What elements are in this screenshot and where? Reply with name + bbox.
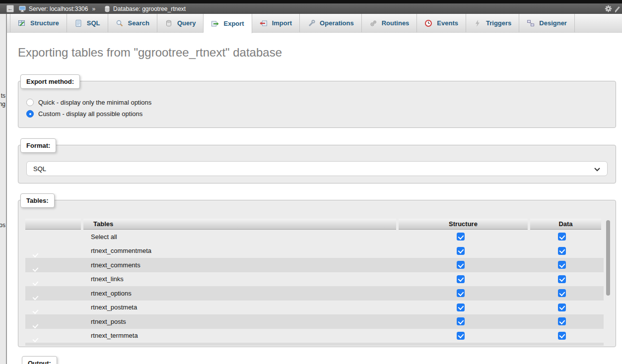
structure-checkbox[interactable]	[457, 332, 465, 340]
routines-icon	[369, 19, 377, 27]
table-header-row: TablesStructureData	[25, 219, 604, 230]
breadcrumb-separator: »	[92, 5, 95, 12]
tab-search[interactable]: Search	[108, 14, 157, 32]
tab-triggers[interactable]: Triggers	[466, 14, 519, 32]
structure-cell	[396, 233, 525, 241]
table-row: rtnext_comments	[25, 258, 604, 272]
tab-label: SQL	[87, 19, 100, 27]
table-name-cell: rtnext_termmeta	[81, 332, 396, 339]
select-all-row: Select all	[25, 230, 604, 244]
import-icon	[260, 19, 268, 27]
data-checkbox[interactable]	[558, 332, 566, 340]
export-method-option: Quick - display only the minimal options	[18, 97, 616, 108]
table-name-cell: rtnext_commentmeta	[81, 247, 396, 254]
column-header: Tables	[83, 219, 396, 230]
tab-label: Designer	[539, 19, 567, 27]
data-cell	[525, 233, 599, 241]
column-header: Data	[530, 219, 601, 230]
nav-panel-sliver[interactable]: ts ng os	[0, 14, 7, 364]
export-method-options: Quick - display only the minimal options…	[18, 81, 616, 120]
tables-fieldset: Tables: TablesStructureDataSelect allrtn…	[18, 200, 616, 347]
export-method-option-label[interactable]: Custom - display all possible options	[38, 110, 142, 118]
export-method-option-label[interactable]: Quick - display only the minimal options	[38, 99, 151, 106]
tab-export[interactable]: Export	[204, 14, 252, 33]
structure-checkbox[interactable]	[457, 261, 465, 269]
table-row: rtnext_options	[25, 286, 604, 301]
tab-operations[interactable]: Operations	[300, 14, 362, 32]
structure-cell	[396, 332, 525, 340]
data-checkbox[interactable]	[558, 275, 566, 283]
column-header: Structure	[399, 219, 528, 230]
designer-icon	[527, 19, 535, 27]
tab-label: Events	[437, 19, 458, 27]
gear-icon[interactable]	[605, 5, 612, 12]
back-button[interactable]: ←	[6, 5, 14, 12]
data-cell	[525, 247, 599, 255]
structure-checkbox[interactable]	[457, 233, 465, 241]
structure-checkbox[interactable]	[457, 247, 465, 255]
data-checkbox[interactable]	[558, 317, 566, 325]
table-name-cell[interactable]: Select all	[81, 233, 396, 241]
server-breadcrumb[interactable]: Server: localhost:3306	[29, 5, 88, 12]
data-checkbox[interactable]	[558, 233, 566, 241]
export-method-radio-1[interactable]	[26, 110, 34, 118]
window-top-strip	[0, 0, 622, 3]
structure-checkbox[interactable]	[457, 289, 465, 297]
sql-icon	[74, 19, 82, 27]
structure-checkbox[interactable]	[457, 317, 465, 325]
structure-cell	[396, 261, 525, 269]
nav-text-fragment: ts	[1, 92, 5, 99]
data-checkbox[interactable]	[558, 289, 566, 297]
data-cell	[525, 317, 599, 325]
format-fieldset: Format: SQL	[18, 145, 616, 183]
data-checkbox[interactable]	[558, 261, 566, 269]
table-name-cell: rtnext_postmeta	[81, 303, 396, 311]
tab-designer[interactable]: Designer	[519, 14, 575, 32]
export-icon	[211, 20, 219, 28]
export-method-radio-0[interactable]	[26, 99, 34, 106]
output-legend: Output:	[22, 356, 57, 364]
export-method-fieldset: Export method: Quick - display only the …	[18, 81, 616, 128]
tab-import[interactable]: Import	[252, 14, 300, 32]
table-name-cell: rtnext_options	[81, 290, 396, 297]
tab-query[interactable]: Query	[157, 14, 204, 32]
format-select[interactable]: SQL	[26, 161, 608, 176]
header-checkbox-column	[25, 219, 81, 230]
table-row: rtnext_links	[25, 272, 604, 287]
tab-structure[interactable]: Structure	[10, 14, 67, 32]
tab-bar: StructureSQLSearchQueryExportImportOpera…	[0, 14, 622, 33]
tab-label: Routines	[382, 19, 410, 27]
structure-checkbox[interactable]	[457, 275, 465, 283]
table-row: rtnext_postmeta	[25, 301, 604, 315]
table-row: rtnext_commentmeta	[25, 244, 604, 258]
tab-label: Triggers	[486, 19, 511, 27]
nav-text-fragment: os	[0, 222, 5, 229]
data-cell	[525, 289, 599, 297]
tables-legend: Tables:	[20, 193, 55, 208]
table-name-cell: rtnext_comments	[81, 261, 396, 269]
clipped-toolbar-icon[interactable]	[615, 5, 620, 12]
chevron-down-icon	[594, 167, 601, 172]
table-row: rtnext_termmeta	[25, 329, 604, 343]
data-checkbox[interactable]	[558, 303, 566, 311]
server-icon	[19, 5, 26, 12]
export-page: Exporting tables from "ggrootree_rtnext"…	[18, 33, 616, 347]
database-breadcrumb[interactable]: Database: ggrootree_rtnext	[113, 5, 186, 12]
data-cell	[525, 332, 599, 340]
tab-sql[interactable]: SQL	[67, 14, 108, 32]
structure-icon	[18, 19, 26, 27]
triggers-icon	[474, 19, 482, 27]
structure-checkbox[interactable]	[457, 303, 465, 311]
tab-label: Export	[223, 20, 244, 27]
structure-cell	[396, 317, 525, 325]
table-name-cell: rtnext_posts	[81, 318, 396, 325]
data-cell	[525, 275, 599, 283]
tab-routines[interactable]: Routines	[362, 14, 417, 32]
format-selected-value: SQL	[33, 165, 46, 173]
data-cell	[525, 303, 599, 311]
table-row: rtnext_terms	[25, 343, 604, 346]
data-checkbox[interactable]	[558, 247, 566, 255]
tab-events[interactable]: Events	[417, 14, 466, 32]
nav-text-fragment: ng	[0, 101, 5, 108]
vertical-scrollbar[interactable]	[606, 220, 610, 296]
